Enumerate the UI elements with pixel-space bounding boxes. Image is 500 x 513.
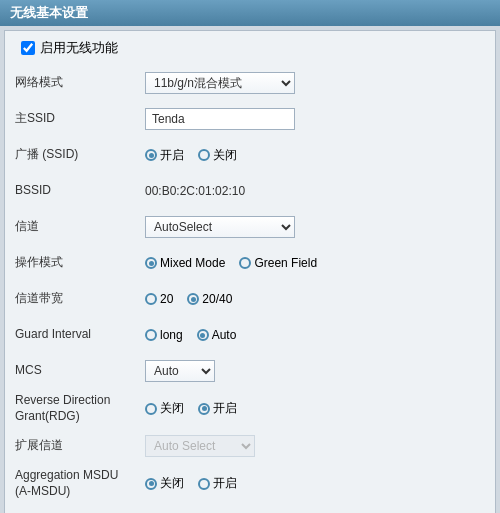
ext-channel-label: 扩展信道 <box>15 438 145 454</box>
bssid-text: 00:B0:2C:01:02:10 <box>145 184 245 198</box>
bssid-value: 00:B0:2C:01:02:10 <box>145 184 485 198</box>
enable-wireless-label[interactable]: 启用无线功能 <box>21 39 118 57</box>
ssid-row: 主SSID <box>15 105 485 133</box>
guard-long-radio[interactable]: long <box>145 328 183 342</box>
channel-bw-value: 20 20/40 <box>145 292 485 306</box>
broadcast-off-label: 关闭 <box>213 147 237 164</box>
amsdu-off-dot <box>145 478 157 490</box>
rdg-off-radio[interactable]: 关闭 <box>145 400 184 417</box>
broadcast-label: 广播 (SSID) <box>15 147 145 163</box>
operation-mode-value: Mixed Mode Green Field <box>145 256 485 270</box>
rdg-on-radio[interactable]: 开启 <box>198 400 237 417</box>
bw-2040-label: 20/40 <box>202 292 232 306</box>
amsdu-on-label: 开启 <box>213 475 237 492</box>
guard-long-label: long <box>160 328 183 342</box>
amsdu-on-dot <box>198 478 210 490</box>
guard-long-dot <box>145 329 157 341</box>
mcs-value: Auto 012 345 67 <box>145 360 485 382</box>
bssid-row: BSSID 00:B0:2C:01:02:10 <box>15 177 485 205</box>
green-field-label: Green Field <box>254 256 317 270</box>
amsdu-label: Aggregation MSDU (A-MSDU) <box>15 468 145 499</box>
network-mode-value: 11b/g/n混合模式 11b only 11g only 11n only <box>145 72 485 94</box>
guard-interval-row: Guard Interval long Auto <box>15 321 485 349</box>
channel-label: 信道 <box>15 219 145 235</box>
network-mode-select[interactable]: 11b/g/n混合模式 11b only 11g only 11n only <box>145 72 295 94</box>
rdg-off-label: 关闭 <box>160 400 184 417</box>
amsdu-row: Aggregation MSDU (A-MSDU) 关闭 开启 <box>15 468 485 499</box>
network-mode-row: 网络模式 11b/g/n混合模式 11b only 11g only 11n o… <box>15 69 485 97</box>
channel-value: AutoSelect 123 456 789 10111213 <box>145 216 485 238</box>
guard-auto-radio[interactable]: Auto <box>197 328 237 342</box>
amsdu-on-radio[interactable]: 开启 <box>198 475 237 492</box>
amsdu-value: 关闭 开启 <box>145 475 485 492</box>
title-bar: 无线基本设置 <box>0 0 500 26</box>
mcs-row: MCS Auto 012 345 67 <box>15 357 485 385</box>
broadcast-on-dot <box>145 149 157 161</box>
mixed-mode-dot <box>145 257 157 269</box>
guard-auto-dot <box>197 329 209 341</box>
bw-20-dot <box>145 293 157 305</box>
mcs-select[interactable]: Auto 012 345 67 <box>145 360 215 382</box>
content-area: 启用无线功能 网络模式 11b/g/n混合模式 11b only 11g onl… <box>4 30 496 513</box>
bw-20-label: 20 <box>160 292 173 306</box>
enable-wireless-text: 启用无线功能 <box>40 39 118 57</box>
amsdu-off-label: 关闭 <box>160 475 184 492</box>
mixed-mode-radio[interactable]: Mixed Mode <box>145 256 225 270</box>
mixed-mode-label: Mixed Mode <box>160 256 225 270</box>
form-area: 网络模式 11b/g/n混合模式 11b only 11g only 11n o… <box>5 65 495 513</box>
broadcast-on-radio[interactable]: 开启 <box>145 147 184 164</box>
broadcast-off-dot <box>198 149 210 161</box>
channel-bw-row: 信道带宽 20 20/40 <box>15 285 485 313</box>
rdg-off-dot <box>145 403 157 415</box>
ssid-label: 主SSID <box>15 111 145 127</box>
page-container: 无线基本设置 启用无线功能 网络模式 11b/g/n混合模式 11b only … <box>0 0 500 513</box>
channel-bw-label: 信道带宽 <box>15 291 145 307</box>
broadcast-row: 广播 (SSID) 开启 关闭 <box>15 141 485 169</box>
bw-20-radio[interactable]: 20 <box>145 292 173 306</box>
rdg-row: Reverse Direction Grant(RDG) 关闭 开启 <box>15 393 485 424</box>
broadcast-off-radio[interactable]: 关闭 <box>198 147 237 164</box>
operation-mode-label: 操作模式 <box>15 255 145 271</box>
bssid-label: BSSID <box>15 183 145 199</box>
channel-select[interactable]: AutoSelect 123 456 789 10111213 <box>145 216 295 238</box>
rdg-label: Reverse Direction Grant(RDG) <box>15 393 145 424</box>
ext-channel-select[interactable]: Auto Select <box>145 435 255 457</box>
network-mode-label: 网络模式 <box>15 75 145 91</box>
enable-row: 启用无线功能 <box>5 31 495 65</box>
rdg-on-dot <box>198 403 210 415</box>
ext-channel-value: Auto Select <box>145 435 485 457</box>
guard-interval-value: long Auto <box>145 328 485 342</box>
ext-channel-row: 扩展信道 Auto Select <box>15 432 485 460</box>
rdg-value: 关闭 开启 <box>145 400 485 417</box>
green-field-dot <box>239 257 251 269</box>
guard-auto-label: Auto <box>212 328 237 342</box>
channel-row: 信道 AutoSelect 123 456 789 10111213 <box>15 213 485 241</box>
bw-2040-radio[interactable]: 20/40 <box>187 292 232 306</box>
bw-2040-dot <box>187 293 199 305</box>
broadcast-on-label: 开启 <box>160 147 184 164</box>
page-title: 无线基本设置 <box>10 5 88 20</box>
ssid-value <box>145 108 485 130</box>
green-field-radio[interactable]: Green Field <box>239 256 317 270</box>
broadcast-value: 开启 关闭 <box>145 147 485 164</box>
guard-interval-label: Guard Interval <box>15 327 145 343</box>
operation-mode-row: 操作模式 Mixed Mode Green Field <box>15 249 485 277</box>
mcs-label: MCS <box>15 363 145 379</box>
amsdu-off-radio[interactable]: 关闭 <box>145 475 184 492</box>
rdg-on-label: 开启 <box>213 400 237 417</box>
ssid-input[interactable] <box>145 108 295 130</box>
enable-wireless-checkbox[interactable] <box>21 41 35 55</box>
